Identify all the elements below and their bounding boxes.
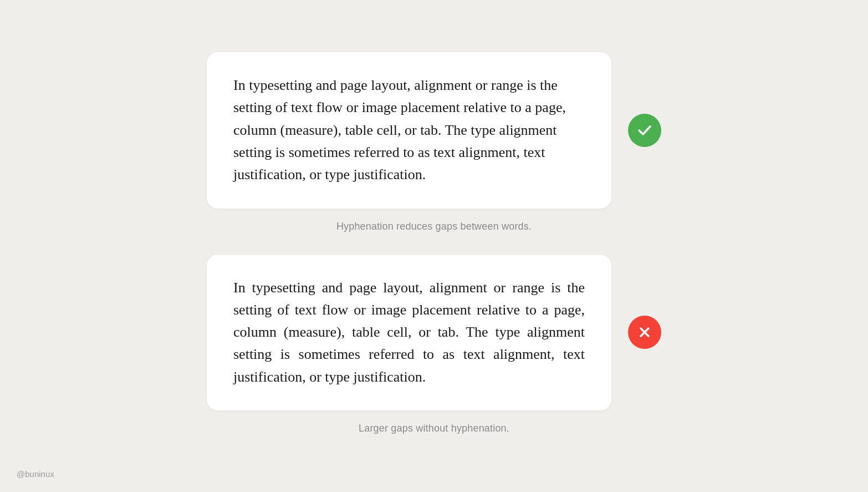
caption-hyphenated: Hyphenation reduces gaps between words. [336, 221, 532, 232]
watermark: @buninux [17, 469, 54, 479]
cross-icon [636, 323, 653, 341]
card-row-1: In typesetting and page layout, alignmen… [207, 52, 661, 208]
example-hyphenated: In typesetting and page layout, alignmen… [207, 52, 661, 232]
card-text-hyphenated: In typesetting and page layout, alignmen… [233, 74, 585, 186]
card-row-2: In typesetting and page layout, alignmen… [207, 255, 661, 410]
cross-badge [628, 316, 661, 349]
check-icon [636, 121, 653, 139]
card-text-justified: In typesetting and page layout, alignmen… [233, 277, 585, 388]
caption-justified: Larger gaps without hyphenation. [359, 423, 509, 434]
card-justified: In typesetting and page layout, alignmen… [207, 255, 611, 410]
main-content: In typesetting and page layout, alignmen… [0, 52, 868, 440]
check-badge [628, 114, 661, 147]
example-justified: In typesetting and page layout, alignmen… [207, 255, 661, 434]
card-hyphenated: In typesetting and page layout, alignmen… [207, 52, 611, 208]
